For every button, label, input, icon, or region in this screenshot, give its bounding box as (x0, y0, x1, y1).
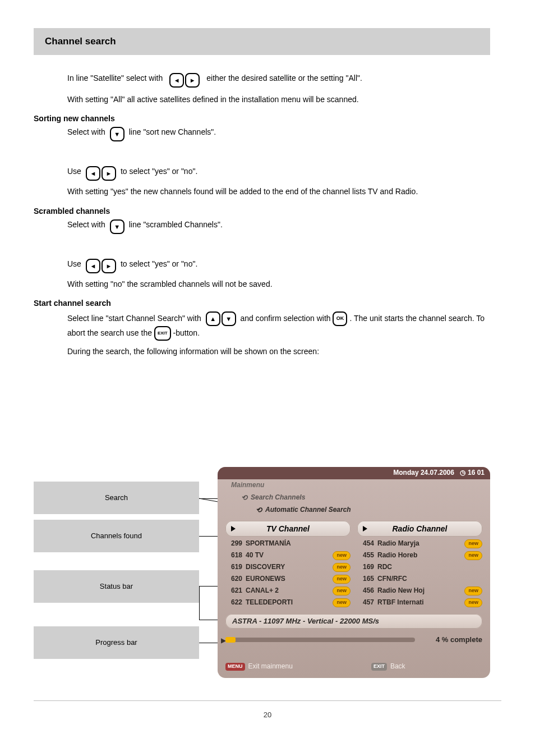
callout-search-label: Search (105, 493, 128, 503)
osd-breadcrumb: Mainmenu ⟲Search Channels ⟲Automatic Cha… (228, 479, 351, 516)
page-number: 20 (0, 711, 535, 720)
footer-rule (34, 700, 501, 701)
channel-row[interactable]: 165CFN/RFC (357, 574, 482, 584)
radio-channel-list: 454Radio Maryjanew455Radio Horebnew169RD… (357, 539, 482, 611)
body: In line "Satellite" select with ◄ ► eith… (34, 73, 490, 361)
tab-tv-channel[interactable]: TV Channel (225, 521, 350, 537)
channel-number: 455 (357, 551, 374, 560)
osd-clock: ◷ 16 01 (460, 469, 485, 478)
channel-number: 169 (357, 563, 374, 572)
channel-row[interactable]: 455Radio Horebnew (357, 551, 482, 561)
osd-topbar: Monday 24.07.2006 ◷ 16 01 (218, 467, 490, 479)
channel-number: 621 (225, 587, 242, 595)
channel-row[interactable]: 621CANAL+ 2new (225, 586, 350, 596)
sort-note: With setting "yes" the new channels foun… (67, 186, 490, 196)
osd-status-text: ASTRA - 11097 MHz - Vertical - 22000 MS/… (232, 617, 379, 626)
channel-name: EURONEWS (246, 575, 329, 584)
channel-row[interactable]: 619DISCOVERYnew (225, 562, 350, 572)
channel-name: SPORTMANÍA (246, 539, 350, 548)
osd-time: 16 01 (468, 469, 485, 478)
channel-number: 619 (225, 563, 242, 572)
left-arrow-key-icon: ◄ (86, 166, 100, 181)
channel-row[interactable]: 622TELEDEPORTInew (225, 598, 350, 608)
osd-date: Monday 24.07.2006 (393, 469, 454, 478)
crumb-2: Search Channels (251, 493, 305, 502)
exit-pill-icon: EXIT (371, 663, 387, 671)
channel-number: 454 (357, 539, 374, 548)
start-block: Select line "start Channel Search" with … (67, 311, 490, 356)
intro-p1a: In line "Satellite" select with (67, 73, 163, 83)
channel-number: 457 (357, 598, 374, 607)
up-arrow-key-icon: ▲ (206, 311, 220, 326)
crumb-1: Mainmenu (231, 481, 264, 490)
callout-channels-found-label: Channels found (91, 532, 142, 541)
scrambled-title: Scrambled channels (34, 206, 490, 216)
right-arrow-key-icon: ► (102, 166, 116, 181)
channel-name: DISCOVERY (246, 563, 329, 572)
new-badge: new (464, 539, 482, 548)
progress-fill (225, 637, 236, 643)
right-arrow-key-icon: ► (102, 259, 116, 273)
footer-exit-hint: EXIT Back (371, 662, 405, 671)
start-p2: During the search, the following informa… (67, 346, 490, 356)
new-badge: new (333, 575, 350, 584)
tv-channel-list: 299SPORTMANÍA61840 TVnew619DISCOVERYnew6… (225, 539, 350, 611)
menu-pill-icon: MENU (225, 663, 245, 671)
crumb-3: Automatic Channel Search (265, 506, 351, 515)
down-arrow-key-icon: ▼ (222, 311, 236, 326)
osd-lists: 299SPORTMANÍA61840 TVnew619DISCOVERYnew6… (225, 539, 482, 611)
channel-name: Radio Maryja (377, 539, 461, 548)
sort-l1b: line "sort new Channels". (129, 127, 216, 137)
down-arrow-key-icon: ▼ (110, 127, 124, 141)
channel-number: 299 (225, 539, 242, 548)
footer-exit-label: Back (390, 662, 405, 671)
footer-menu-hint: MENU Exit mainmenu (225, 662, 293, 671)
osd-status-bar: ASTRA - 11097 MHz - Vertical - 22000 MS/… (225, 614, 482, 629)
intro-block: In line "Satellite" select with ◄ ► eith… (67, 73, 490, 104)
scr-l2b: to select "yes" or "no". (121, 259, 197, 269)
intro-p2: With setting "All" all active satellites… (67, 94, 490, 104)
channel-row[interactable]: 457RTBF Internatinew (357, 598, 482, 608)
channel-row[interactable]: 454Radio Maryjanew (357, 539, 482, 549)
sort-l2b: to select "yes" or "no". (121, 166, 197, 176)
channel-row[interactable]: 299SPORTMANÍA (225, 539, 350, 549)
exit-key-icon: EXIT (154, 326, 171, 341)
tab-arrow-icon (363, 526, 367, 532)
channel-row[interactable]: 620EURONEWSnew (225, 574, 350, 584)
callout-search: Search (34, 482, 199, 514)
left-arrow-key-icon: ◄ (169, 73, 184, 88)
new-badge: new (464, 551, 482, 560)
channel-row[interactable]: 61840 TVnew (225, 551, 350, 561)
new-badge: new (464, 587, 482, 595)
intro-p1b: either the desired satellite or the sett… (206, 73, 362, 83)
sort-l2a: Use (67, 166, 81, 176)
scrambled-block: Select with ▼ line "scrambled Channels".… (67, 219, 490, 289)
osd-tabs: TV Channel Radio Channel (225, 521, 482, 537)
channel-name: RDC (377, 563, 482, 572)
sort-title: Sorting new channels (34, 113, 490, 123)
callout-progress-bar-label: Progress bar (95, 638, 137, 648)
section-header-text: Channel search (45, 35, 116, 48)
osd-screenshot: Monday 24.07.2006 ◷ 16 01 Mainmenu ⟲Sear… (218, 467, 490, 678)
start-p1b: and confirm selection with (241, 314, 331, 323)
sort-block: Select with ▼ line "sort new Channels". … (67, 127, 490, 196)
breadcrumb-arrow-icon: ⟲ (241, 493, 247, 503)
left-arrow-key-icon: ◄ (86, 259, 100, 273)
tab-radio-channel[interactable]: Radio Channel (357, 521, 482, 537)
new-badge: new (333, 598, 350, 607)
callout-status-bar: Status bar (34, 570, 199, 603)
channel-row[interactable]: 169RDC (357, 562, 482, 572)
start-title: Start channel search (34, 298, 490, 308)
osd-progress: ▶ 4 % complete (225, 635, 482, 645)
scr-l1b: line "scrambled Channels". (129, 219, 223, 230)
sort-l1a: Select with (67, 127, 105, 137)
progress-track (225, 638, 415, 642)
channel-number: 618 (225, 551, 242, 560)
osd-footer: MENU Exit mainmenu EXIT Back (225, 661, 482, 672)
tab-radio-label: Radio Channel (392, 524, 447, 534)
new-badge: new (333, 587, 350, 595)
channel-name: TELEDEPORTI (246, 598, 329, 607)
channel-number: 620 (225, 575, 242, 584)
channel-row[interactable]: 456Radio New Hojnew (357, 586, 482, 596)
tab-tv-label: TV Channel (266, 524, 310, 534)
